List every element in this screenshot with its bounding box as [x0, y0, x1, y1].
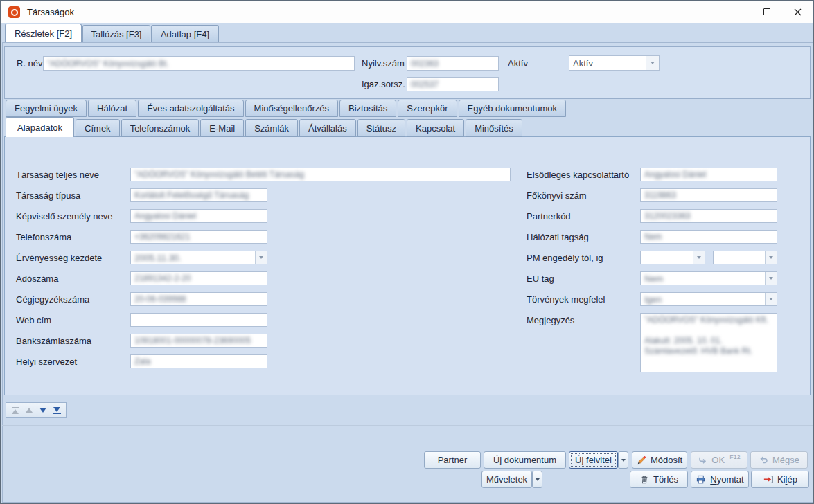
footer-divider — [2, 425, 813, 426]
minimize-button[interactable] — [720, 1, 751, 23]
window-title: Társaságok — [27, 7, 74, 17]
aktiv-dropdown-button[interactable] — [646, 56, 659, 70]
previous-record-icon — [26, 408, 33, 413]
torles-button[interactable]: Törlés — [630, 471, 688, 488]
chevron-down-icon — [769, 256, 773, 259]
tab-szamlak[interactable]: Számlák — [245, 119, 298, 137]
tab-tallozas[interactable]: Tallózás [F3] — [82, 25, 150, 42]
pm-engedely-tol-dropdown-button[interactable] — [693, 251, 705, 264]
undo-icon — [759, 456, 768, 465]
next-record-icon — [39, 408, 46, 413]
alapadatok-panel: Társaság teljes neve "ADÓORVOS" Könyvviz… — [4, 136, 811, 395]
tab-szerepkor[interactable]: Szerepkör — [398, 100, 457, 117]
aktiv-select[interactable]: Aktív — [569, 55, 660, 71]
aktiv-label: Aktív — [508, 58, 528, 69]
last-record-icon — [53, 407, 60, 412]
elsodleges-kapcsolattarto-input[interactable]: Angyalosi Dániel — [640, 168, 777, 181]
tab-egyeb-dokumentumok[interactable]: Egyéb dokumentumok — [459, 100, 566, 117]
kepviselo-szemely-neve-label: Képviselő személy neve — [16, 211, 112, 222]
tab-minosegellenorzes[interactable]: Minőségellenőrzés — [245, 100, 338, 117]
muveletek-dropdown-button[interactable] — [532, 471, 542, 488]
uj-dokumentum-button[interactable]: Új dokumentum — [484, 451, 566, 469]
tarsasag-teljes-neve-input[interactable]: "ADÓORVOS" Könyvvizsgáló Betéti Társaság — [130, 168, 511, 181]
previous-record-button[interactable] — [23, 404, 35, 416]
last-record-button[interactable] — [51, 404, 63, 416]
eu-tag-dropdown-button[interactable] — [765, 272, 777, 285]
tab-kapcsolat[interactable]: Kapcsolat — [407, 119, 464, 137]
nyilv-szam-input[interactable]: 002363 — [407, 56, 499, 71]
uj-felvitel-button[interactable]: Új felvitel — [569, 451, 618, 469]
partnerkod-input[interactable]: 3120023363 — [640, 209, 777, 223]
torvenyek-dropdown-button[interactable] — [765, 293, 777, 305]
megjegyzes-textarea[interactable]: "ADÓORVOS" Könyvvizsgáló Kft. Alakult: 2… — [640, 313, 777, 372]
tab-eves-adatszolgaltatas[interactable]: Éves adatszolgáltatás — [138, 100, 243, 117]
printer-icon — [696, 474, 706, 485]
halozati-tagsag-input[interactable]: Nem — [640, 230, 777, 244]
muveletek-button[interactable]: Műveletek — [481, 471, 532, 488]
pm-engedely-tol-datepicker[interactable] — [640, 251, 705, 264]
pm-engedely-ig-datepicker[interactable] — [713, 251, 777, 264]
eu-tag-select[interactable]: Nem — [640, 271, 777, 285]
halozati-tagsag-label: Hálózati tagság — [527, 232, 589, 242]
tab-reszletek[interactable]: Részletek [F2] — [5, 24, 82, 42]
maximize-icon — [763, 8, 770, 15]
fokonyvi-szam-input[interactable]: 3119863 — [640, 188, 777, 202]
first-record-button[interactable] — [9, 404, 21, 416]
app-icon — [8, 6, 20, 18]
r-nev-input[interactable]: "ADÓORVOS" Könyvvizsgáló Bt. — [43, 56, 355, 71]
nyilv-szam-label: Nyilv.szám — [362, 58, 405, 69]
kepviselo-szemely-neve-input[interactable]: Angyalosi Dániel — [130, 209, 267, 223]
tab-statusz[interactable]: Státusz — [357, 119, 405, 137]
web-cim-input[interactable] — [130, 313, 267, 327]
ervenyesseg-kezdete-datepicker[interactable]: 2005.11.30. — [130, 251, 267, 264]
tab-email[interactable]: E-Mail — [200, 119, 244, 137]
tab-biztositas[interactable]: Biztosítás — [339, 100, 396, 117]
cegjegyzekszama-input[interactable]: 20-06-039988 — [130, 292, 267, 306]
elsodleges-kapcsolattarto-label: Elsődleges kapcsolattartó — [527, 170, 629, 180]
adoszama-label: Adószáma — [16, 273, 58, 284]
document-tabs-row: Fegyelmi ügyek Hálózat Éves adatszolgált… — [6, 100, 566, 117]
uj-felvitel-dropdown-button[interactable] — [618, 451, 628, 469]
tab-halozat[interactable]: Hálózat — [88, 100, 136, 117]
pm-engedely-ig-dropdown-button[interactable] — [765, 251, 777, 264]
torvenyek-megfelel-select[interactable]: Igen — [640, 292, 777, 306]
close-button[interactable] — [782, 1, 813, 23]
tab-minosites[interactable]: Minősítés — [466, 119, 522, 137]
tarsasag-tipusa-input[interactable]: Korlátolt Felelősségű Társaság — [130, 188, 267, 202]
torvenyek-megfelel-label: Törvények megfelel — [527, 294, 605, 305]
kilep-button[interactable]: Kilép — [751, 471, 809, 488]
tab-fegyelmi-ugyek[interactable]: Fegyelmi ügyek — [6, 100, 87, 117]
chevron-down-icon — [536, 478, 540, 481]
chevron-down-icon — [769, 298, 773, 300]
tab-adatlap[interactable]: Adatlap [F4] — [151, 25, 219, 42]
ok-button[interactable]: OKF12 — [691, 451, 747, 469]
bankszamlaszama-label: Bankszámlaszáma — [16, 336, 91, 346]
r-nev-label: R. név — [17, 58, 43, 69]
igaz-sorsz-input[interactable]: 002537 — [407, 77, 499, 91]
tab-cimek[interactable]: Címek — [76, 119, 120, 137]
modosit-button[interactable]: Módosít — [632, 451, 687, 469]
telefonszama-input[interactable]: +36209821621 — [130, 230, 267, 244]
tab-atvallalas[interactable]: Átvállalás — [299, 119, 356, 137]
first-record-icon — [12, 409, 19, 414]
next-record-button[interactable] — [37, 404, 49, 416]
pm-engedely-label: PM engedély tól, ig — [527, 253, 603, 263]
pencil-icon — [637, 456, 646, 465]
chevron-down-icon — [769, 277, 773, 280]
helyi-szervezet-input[interactable]: Zala — [130, 354, 267, 368]
maximize-button[interactable] — [751, 1, 782, 23]
window-controls — [720, 1, 813, 23]
ok-arrow-icon — [698, 456, 707, 465]
bankszamlaszama-input[interactable]: 10918001-00000078-23690005 — [130, 334, 267, 348]
partner-button[interactable]: Partner — [424, 451, 481, 469]
megse-button[interactable]: Mégse — [750, 451, 808, 469]
tab-telefonszamok[interactable]: Telefonszámok — [121, 119, 200, 137]
header-band: R. név "ADÓORVOS" Könyvvizsgáló Bt. Nyil… — [4, 46, 811, 99]
helyi-szervezet-label: Helyi szervezet — [16, 357, 77, 367]
nyomtat-button[interactable]: Nyomtat — [691, 471, 749, 488]
adoszama-input[interactable]: 21891342-2-20 — [130, 271, 267, 285]
ervenyesseg-dropdown-button[interactable] — [255, 251, 267, 264]
chevron-down-icon — [259, 256, 263, 259]
tab-alapadatok[interactable]: Alapadatok — [6, 117, 74, 137]
record-navigator — [6, 402, 67, 418]
